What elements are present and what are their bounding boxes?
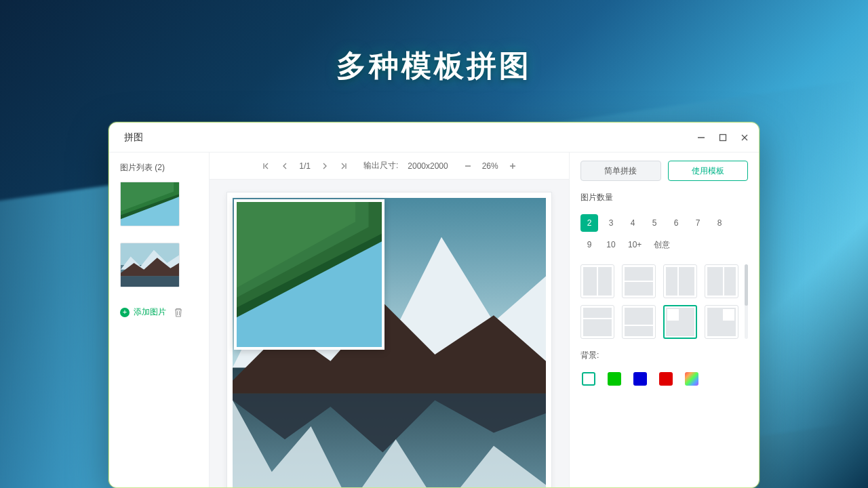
template-option-6[interactable] <box>622 305 656 339</box>
template-option-3[interactable] <box>663 264 697 298</box>
image-count-label: 图片数量 <box>580 192 748 203</box>
tab-simple-stitch[interactable]: 简单拼接 <box>580 161 661 181</box>
count-btn-3[interactable]: 3 <box>602 214 620 232</box>
image-list-label: 图片列表 (2) <box>120 162 198 174</box>
sidebar: 图片列表 (2) + <box>109 152 210 487</box>
zoom-out-icon[interactable] <box>463 161 473 171</box>
svg-marker-12 <box>121 276 179 287</box>
count-btn-10plus[interactable]: 10+ <box>624 236 646 253</box>
first-page-icon[interactable] <box>261 161 271 171</box>
window-title: 拼图 <box>124 131 143 144</box>
tab-use-template[interactable]: 使用模板 <box>668 161 749 181</box>
bg-swatch-red[interactable] <box>659 372 673 386</box>
add-image-label: 添加图片 <box>134 306 166 318</box>
template-option-4[interactable] <box>705 264 738 298</box>
toolbar: 1/1 输出尺寸: 2000x2000 26% <box>210 152 569 180</box>
background-label: 背景: <box>580 350 748 361</box>
image-thumb-1[interactable] <box>120 182 180 226</box>
template-grid <box>580 264 739 339</box>
app-window: 拼图 图片列表 (2) <box>108 122 760 488</box>
bg-swatch-blue[interactable] <box>633 372 647 386</box>
image-thumb-2[interactable] <box>120 243 180 287</box>
count-btn-10[interactable]: 10 <box>602 236 620 253</box>
template-option-2[interactable] <box>622 264 656 298</box>
last-page-icon[interactable] <box>339 161 349 171</box>
zoom-in-icon[interactable] <box>508 161 517 171</box>
count-btn-6[interactable]: 6 <box>667 214 685 232</box>
right-panel: 简单拼接 使用模板 图片数量 2 3 4 5 6 7 8 9 10 10+ 创意 <box>569 152 759 487</box>
minimize-button[interactable] <box>696 133 706 142</box>
output-size-label: 输出尺寸: <box>363 160 398 171</box>
count-btn-4[interactable]: 4 <box>624 214 642 232</box>
template-option-7[interactable] <box>663 305 697 339</box>
bg-swatch-custom[interactable] <box>685 372 698 386</box>
page-indicator: 1/1 <box>299 161 311 171</box>
collage-canvas[interactable] <box>226 192 552 487</box>
template-option-8[interactable] <box>705 305 738 339</box>
template-scrollbar[interactable] <box>745 264 748 339</box>
template-option-1[interactable] <box>580 264 614 298</box>
add-image-button[interactable]: + 添加图片 <box>120 306 166 318</box>
count-btn-5[interactable]: 5 <box>646 214 663 232</box>
svg-rect-1 <box>720 134 726 140</box>
overlay-image[interactable] <box>234 199 384 350</box>
bg-swatch-white[interactable] <box>582 372 595 386</box>
prev-page-icon[interactable] <box>280 161 290 171</box>
titlebar: 拼图 <box>109 123 759 152</box>
background-swatches <box>580 372 748 386</box>
canvas-area: 1/1 输出尺寸: 2000x2000 26% <box>210 152 569 487</box>
count-btn-2[interactable]: 2 <box>580 214 598 232</box>
hero-title: 多种模板拼图 <box>336 46 532 86</box>
zoom-value: 26% <box>482 161 498 171</box>
close-button[interactable] <box>740 133 749 142</box>
bg-swatch-green[interactable] <box>608 372 621 386</box>
delete-button[interactable] <box>173 307 184 318</box>
window-controls <box>696 133 749 142</box>
template-option-5[interactable] <box>580 305 614 339</box>
count-btn-7[interactable]: 7 <box>689 214 707 232</box>
canvas-viewport[interactable] <box>210 180 569 487</box>
plus-icon: + <box>120 308 130 317</box>
image-count-row: 2 3 4 5 6 7 8 9 10 10+ 创意 <box>580 214 748 253</box>
maximize-button[interactable] <box>718 133 728 142</box>
count-btn-creative[interactable]: 创意 <box>650 236 674 253</box>
count-btn-8[interactable]: 8 <box>711 214 728 232</box>
count-btn-9[interactable]: 9 <box>580 236 598 253</box>
next-page-icon[interactable] <box>320 161 330 171</box>
output-size-value[interactable]: 2000x2000 <box>408 161 448 171</box>
